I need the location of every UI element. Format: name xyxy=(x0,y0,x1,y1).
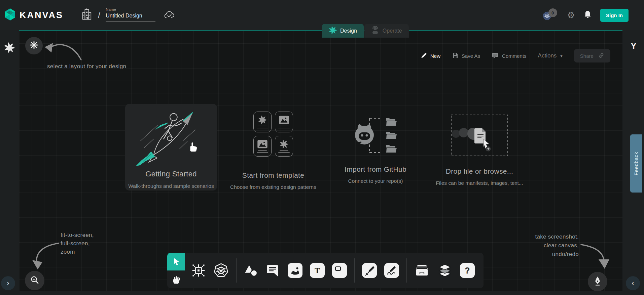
card-getting-started[interactable]: Getting Started Walk-throughs and sample… xyxy=(125,104,217,191)
floppy-icon xyxy=(452,52,459,60)
template-tile-image xyxy=(253,136,272,157)
rocket-illustration xyxy=(133,109,210,166)
dock-separator xyxy=(406,258,407,283)
tab-design[interactable]: Design xyxy=(322,24,364,38)
tab-design-label: Design xyxy=(340,28,357,34)
actions-dropdown[interactable]: Actions ▾ xyxy=(538,52,563,59)
new-button[interactable]: New xyxy=(421,52,440,60)
right-panel-expand-chevron[interactable]: ‹ xyxy=(626,276,640,290)
comments-button[interactable]: Comments xyxy=(492,52,527,60)
card-drop-file-or-browse[interactable]: Drop file or browse... Files can be mani… xyxy=(439,114,520,186)
drawer-tool[interactable] xyxy=(414,264,430,277)
kubernetes-context-badge: 0 xyxy=(548,8,557,17)
pan-tool[interactable] xyxy=(167,270,185,288)
chevron-left-icon: ‹ xyxy=(632,279,634,288)
comments-icon xyxy=(492,52,499,60)
breadcrumb-separator: / xyxy=(98,10,100,20)
left-panel-expand-chevron[interactable]: › xyxy=(1,276,15,290)
share-button[interactable]: Share xyxy=(574,49,610,62)
left-rail: › xyxy=(0,30,19,295)
actions-label: Actions xyxy=(538,52,557,59)
zoom-controls-button[interactable] xyxy=(25,271,44,290)
help-tool[interactable]: ? xyxy=(460,263,475,278)
comments-label: Comments xyxy=(502,53,527,59)
pen-tool[interactable] xyxy=(362,263,377,278)
template-tile-swirl xyxy=(275,136,293,157)
chevron-right-icon: › xyxy=(7,279,9,288)
sketch-tool[interactable] xyxy=(384,263,399,278)
component-tool[interactable] xyxy=(191,263,206,278)
mode-tabs: Design Operate xyxy=(322,24,409,38)
bottom-strip xyxy=(0,291,644,295)
app-title: KANVAS xyxy=(20,10,63,20)
letter-t-glyph: T xyxy=(315,266,320,275)
card-title: Getting Started xyxy=(145,170,196,178)
save-as-label: Save As xyxy=(462,53,480,59)
drop-file-illustration xyxy=(450,114,509,157)
layout-hint-text: select a layout for your design xyxy=(47,63,126,70)
kubernetes-tool[interactable] xyxy=(213,263,229,278)
card-subtitle: Choose from existing design patterns xyxy=(230,184,316,190)
github-import-illustration xyxy=(353,116,398,155)
design-canvas[interactable]: select a layout for your design New Save… xyxy=(19,30,622,291)
operate-person-icon xyxy=(371,26,379,36)
link-icon xyxy=(598,52,604,59)
card-subtitle: Walk-throughs and sample scenarios xyxy=(128,183,214,189)
question-mark-glyph: ? xyxy=(465,266,470,276)
shapes-tool[interactable] xyxy=(244,264,258,277)
zoom-hint-arrow xyxy=(28,239,61,271)
caret-down-icon: ▾ xyxy=(560,53,563,58)
canvas-toolbar: New Save As Comments A xyxy=(421,49,610,62)
kanvas-logo[interactable]: KANVAS xyxy=(3,8,63,23)
card-title: Import from GitHub xyxy=(345,165,406,173)
design-name-input[interactable] xyxy=(106,12,155,22)
snapshot-y-icon[interactable]: Y xyxy=(631,41,637,51)
screenshot-hint-arrow xyxy=(579,241,611,270)
text-tool[interactable]: T xyxy=(310,263,325,278)
card-start-from-template[interactable]: Start from template Choose from existing… xyxy=(223,112,324,190)
sign-in-button[interactable]: Sign In xyxy=(600,9,629,22)
share-label: Share xyxy=(580,53,594,59)
comment-tool[interactable] xyxy=(265,264,280,277)
card-subtitle: Files can be manifests, images, text... xyxy=(436,180,523,186)
dock-separator xyxy=(236,258,237,283)
note-tool[interactable] xyxy=(332,263,347,278)
layers-tool[interactable] xyxy=(437,263,453,278)
layout-asterisk-icon xyxy=(30,41,38,51)
kubernetes-status-button[interactable]: 0 xyxy=(542,8,559,22)
card-import-from-github[interactable]: Import from GitHub Connect to your repo(… xyxy=(338,116,413,184)
card-title: Drop file or browse... xyxy=(446,167,513,175)
notifications-bell-icon[interactable] xyxy=(584,10,592,20)
cloud-sync-icon xyxy=(163,11,174,21)
template-tile-image xyxy=(275,112,293,132)
design-swirl-icon xyxy=(329,26,337,36)
tab-operate-label: Operate xyxy=(383,28,402,34)
canvas-actions-button[interactable] xyxy=(588,272,607,291)
card-title: Start from template xyxy=(242,171,304,179)
template-thumbnails xyxy=(253,112,293,157)
feedback-label: Feedback xyxy=(633,152,639,175)
pencil-icon xyxy=(421,52,427,60)
design-name-label: Name xyxy=(106,7,155,11)
design-name-field: Name xyxy=(106,7,155,22)
layout-hint-arrow xyxy=(43,38,83,65)
save-as-button[interactable]: Save As xyxy=(452,52,480,60)
app-header: KANVAS / Name xyxy=(0,0,644,30)
pen-nib-icon xyxy=(593,276,602,288)
image-tool[interactable] xyxy=(288,263,302,278)
tab-operate[interactable]: Operate xyxy=(364,24,409,38)
new-label: New xyxy=(430,53,440,59)
organization-icon[interactable] xyxy=(82,8,92,22)
feedback-tab[interactable]: Feedback xyxy=(630,134,642,193)
select-layout-button[interactable] xyxy=(25,37,43,54)
dock-separator xyxy=(354,258,355,283)
settings-gear-icon[interactable]: ⚙ xyxy=(567,10,575,20)
screenshot-hint-text: take screenshot, clear canvas, undo/redo xyxy=(478,233,579,259)
kanvas-logo-icon xyxy=(3,8,17,23)
selection-tool[interactable] xyxy=(167,253,185,270)
right-rail: Y Feedback ‹ xyxy=(622,30,644,295)
magnifier-plus-icon xyxy=(30,275,40,286)
card-subtitle: Connect to your repo(s) xyxy=(348,178,403,184)
zoom-hint-text: fit-to-screen, full-screen, zoom xyxy=(61,231,94,256)
meshery-menu-icon[interactable] xyxy=(4,42,15,54)
